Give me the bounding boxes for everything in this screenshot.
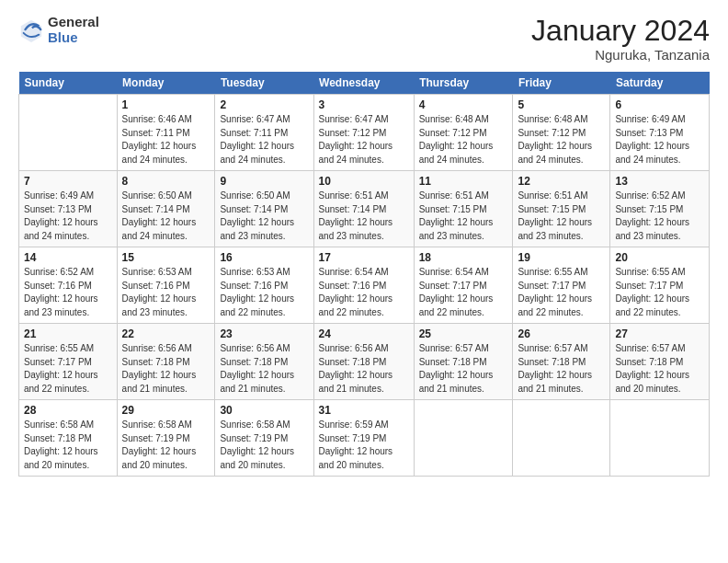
day-number: 22 [122,327,210,340]
day-info: Sunrise: 6:53 AMSunset: 7:16 PMDaylight:… [220,267,294,317]
day-number: 24 [319,327,409,340]
header-monday: Monday [117,72,215,95]
logo-blue-text: Blue [48,30,99,46]
table-row: 12Sunrise: 6:51 AMSunset: 7:15 PMDayligh… [513,171,610,247]
day-number: 23 [220,327,308,340]
calendar-table: Sunday Monday Tuesday Wednesday Thursday… [18,72,710,477]
day-info: Sunrise: 6:49 AMSunset: 7:13 PMDaylight:… [615,114,689,165]
table-row: 11Sunrise: 6:51 AMSunset: 7:15 PMDayligh… [414,171,513,247]
table-row [19,95,118,171]
day-number: 31 [319,404,409,417]
day-info: Sunrise: 6:51 AMSunset: 7:15 PMDaylight:… [419,190,494,241]
calendar-week-5: 28Sunrise: 6:58 AMSunset: 7:18 PMDayligh… [19,400,710,477]
logo: General Blue [18,15,99,45]
table-row: 22Sunrise: 6:56 AMSunset: 7:18 PMDayligh… [117,324,215,400]
day-number: 12 [518,175,605,188]
table-row [414,400,513,477]
table-row: 24Sunrise: 6:56 AMSunset: 7:18 PMDayligh… [313,324,414,400]
day-number: 20 [615,251,704,264]
day-number: 9 [220,175,308,188]
logo-icon [18,17,44,43]
day-info: Sunrise: 6:51 AMSunset: 7:14 PMDaylight:… [319,190,393,241]
table-row: 25Sunrise: 6:57 AMSunset: 7:18 PMDayligh… [414,324,513,400]
day-info: Sunrise: 6:56 AMSunset: 7:18 PMDaylight:… [122,343,197,394]
day-number: 15 [122,251,210,264]
table-row: 20Sunrise: 6:55 AMSunset: 7:17 PMDayligh… [610,247,710,324]
table-row: 30Sunrise: 6:58 AMSunset: 7:19 PMDayligh… [215,400,313,477]
table-row: 14Sunrise: 6:52 AMSunset: 7:16 PMDayligh… [19,247,118,324]
table-row: 3Sunrise: 6:47 AMSunset: 7:12 PMDaylight… [313,95,414,171]
day-info: Sunrise: 6:50 AMSunset: 7:14 PMDaylight:… [220,190,294,241]
table-row: 6Sunrise: 6:49 AMSunset: 7:13 PMDaylight… [610,95,710,171]
day-info: Sunrise: 6:51 AMSunset: 7:15 PMDaylight:… [518,190,592,241]
day-info: Sunrise: 6:48 AMSunset: 7:12 PMDaylight:… [518,114,592,165]
day-info: Sunrise: 6:47 AMSunset: 7:12 PMDaylight:… [319,114,393,165]
header-sunday: Sunday [19,72,118,95]
header-wednesday: Wednesday [313,72,414,95]
table-row: 7Sunrise: 6:49 AMSunset: 7:13 PMDaylight… [19,171,118,247]
table-row: 9Sunrise: 6:50 AMSunset: 7:14 PMDaylight… [215,171,313,247]
day-info: Sunrise: 6:58 AMSunset: 7:19 PMDaylight:… [220,419,294,470]
day-info: Sunrise: 6:56 AMSunset: 7:18 PMDaylight:… [220,343,294,394]
day-info: Sunrise: 6:53 AMSunset: 7:16 PMDaylight:… [122,267,197,317]
day-info: Sunrise: 6:47 AMSunset: 7:11 PMDaylight:… [220,114,294,165]
table-row: 23Sunrise: 6:56 AMSunset: 7:18 PMDayligh… [215,324,313,400]
table-row: 2Sunrise: 6:47 AMSunset: 7:11 PMDaylight… [215,95,313,171]
table-row: 19Sunrise: 6:55 AMSunset: 7:17 PMDayligh… [513,247,610,324]
calendar-week-1: 1Sunrise: 6:46 AMSunset: 7:11 PMDaylight… [19,95,710,171]
day-number: 18 [419,251,508,264]
day-info: Sunrise: 6:57 AMSunset: 7:18 PMDaylight:… [615,343,689,394]
day-info: Sunrise: 6:56 AMSunset: 7:18 PMDaylight:… [319,343,393,394]
table-row: 5Sunrise: 6:48 AMSunset: 7:12 PMDaylight… [513,95,610,171]
table-row: 28Sunrise: 6:58 AMSunset: 7:18 PMDayligh… [19,400,118,477]
day-number: 25 [419,327,508,340]
logo-general-text: General [48,15,99,30]
month-title: January 2024 [531,15,710,47]
header: General Blue January 2024 Nguruka, Tanza… [18,15,710,63]
day-number: 3 [319,98,409,111]
table-row: 13Sunrise: 6:52 AMSunset: 7:15 PMDayligh… [610,171,710,247]
table-row [513,400,610,477]
table-row: 31Sunrise: 6:59 AMSunset: 7:19 PMDayligh… [313,400,414,477]
day-number: 8 [122,175,210,188]
day-info: Sunrise: 6:52 AMSunset: 7:15 PMDaylight:… [615,190,689,241]
calendar-week-2: 7Sunrise: 6:49 AMSunset: 7:13 PMDaylight… [19,171,710,247]
title-block: January 2024 Nguruka, Tanzania [531,15,710,63]
table-row: 8Sunrise: 6:50 AMSunset: 7:14 PMDaylight… [117,171,215,247]
table-row: 16Sunrise: 6:53 AMSunset: 7:16 PMDayligh… [215,247,313,324]
day-info: Sunrise: 6:52 AMSunset: 7:16 PMDaylight:… [24,267,98,317]
day-number: 29 [122,404,210,417]
day-number: 11 [419,175,508,188]
day-info: Sunrise: 6:58 AMSunset: 7:19 PMDaylight:… [122,419,197,470]
calendar-header-row: Sunday Monday Tuesday Wednesday Thursday… [19,72,710,95]
table-row: 1Sunrise: 6:46 AMSunset: 7:11 PMDaylight… [117,95,215,171]
day-number: 28 [24,404,112,417]
page: General Blue January 2024 Nguruka, Tanza… [0,0,728,563]
day-info: Sunrise: 6:55 AMSunset: 7:17 PMDaylight:… [24,343,98,394]
table-row: 27Sunrise: 6:57 AMSunset: 7:18 PMDayligh… [610,324,710,400]
table-row: 4Sunrise: 6:48 AMSunset: 7:12 PMDaylight… [414,95,513,171]
day-info: Sunrise: 6:46 AMSunset: 7:11 PMDaylight:… [122,114,197,165]
header-friday: Friday [513,72,610,95]
table-row: 18Sunrise: 6:54 AMSunset: 7:17 PMDayligh… [414,247,513,324]
day-number: 13 [615,175,704,188]
day-number: 1 [122,98,210,111]
day-number: 14 [24,251,112,264]
table-row: 17Sunrise: 6:54 AMSunset: 7:16 PMDayligh… [313,247,414,324]
day-number: 30 [220,404,308,417]
day-number: 16 [220,251,308,264]
calendar-week-4: 21Sunrise: 6:55 AMSunset: 7:17 PMDayligh… [19,324,710,400]
day-number: 27 [615,327,704,340]
day-info: Sunrise: 6:50 AMSunset: 7:14 PMDaylight:… [122,190,197,241]
day-number: 2 [220,98,308,111]
day-info: Sunrise: 6:48 AMSunset: 7:12 PMDaylight:… [419,114,494,165]
day-number: 17 [319,251,409,264]
table-row: 15Sunrise: 6:53 AMSunset: 7:16 PMDayligh… [117,247,215,324]
logo-text: General Blue [48,15,99,45]
day-number: 7 [24,175,112,188]
table-row: 29Sunrise: 6:58 AMSunset: 7:19 PMDayligh… [117,400,215,477]
day-info: Sunrise: 6:59 AMSunset: 7:19 PMDaylight:… [319,419,393,470]
header-thursday: Thursday [414,72,513,95]
table-row: 26Sunrise: 6:57 AMSunset: 7:18 PMDayligh… [513,324,610,400]
day-number: 21 [24,327,112,340]
